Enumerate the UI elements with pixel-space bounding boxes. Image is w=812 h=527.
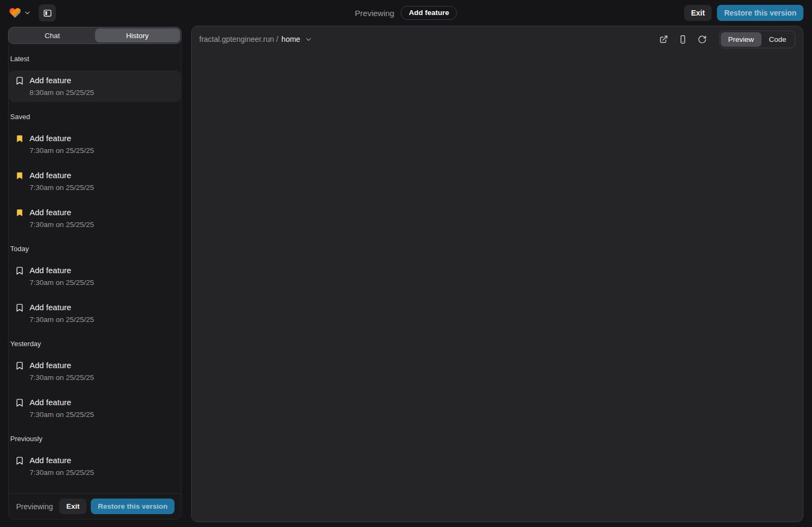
mobile-view-button[interactable] bbox=[675, 31, 691, 47]
sidebar-tabs: Chat History bbox=[8, 27, 182, 44]
item-time: 7:30am on 25/25/25 bbox=[30, 314, 94, 325]
history-list: Latest Add feature 8:30am on 25/25/25 Sa… bbox=[9, 44, 181, 493]
topbar-left bbox=[9, 4, 56, 21]
section-items: Add feature 7:30am on 25/25/25 Add featu… bbox=[9, 355, 181, 424]
section-items: Add feature 7:30am on 25/25/25 Add featu… bbox=[9, 128, 181, 234]
history-item-text: Add feature 7:30am on 25/25/25 bbox=[30, 397, 94, 420]
url-host: fractal.gptengineer.run / bbox=[199, 35, 278, 43]
previewing-label: Previewing bbox=[355, 9, 394, 18]
item-title: Add feature bbox=[30, 170, 94, 181]
item-time: 7:30am on 25/25/25 bbox=[30, 277, 94, 288]
footer-restore-button[interactable]: Restore this version bbox=[91, 499, 175, 514]
rotate-cw-icon bbox=[698, 35, 707, 44]
preview-content bbox=[192, 52, 803, 522]
section-items: Add feature 7:30am on 25/25/25 Add featu… bbox=[9, 450, 181, 493]
item-title: Add feature bbox=[30, 302, 94, 313]
tab-code[interactable]: Code bbox=[762, 32, 794, 47]
chevron-down-icon bbox=[24, 9, 31, 17]
section-items: Add feature 8:30am on 25/25/25 bbox=[9, 70, 181, 102]
item-title: Add feature bbox=[30, 397, 94, 408]
history-item-text: Add feature 7:30am on 25/25/25 bbox=[30, 133, 94, 156]
section-title: Saved bbox=[10, 113, 180, 121]
history-section: Previously Add feature 7:30am on 25/25/2… bbox=[9, 435, 181, 493]
preview-panel: fractal.gptengineer.run / home bbox=[191, 26, 803, 522]
bookmark-icon bbox=[15, 266, 24, 275]
tab-history[interactable]: History bbox=[95, 28, 180, 42]
tab-preview[interactable]: Preview bbox=[721, 32, 762, 47]
version-badge: Add feature bbox=[401, 6, 457, 20]
history-item[interactable]: Add feature 7:30am on 25/25/25 bbox=[9, 450, 181, 482]
bookmark-icon bbox=[15, 361, 24, 370]
tab-chat[interactable]: Chat bbox=[10, 28, 95, 42]
sidebar-toggle-button[interactable] bbox=[39, 4, 56, 21]
item-time: 7:30am on 25/25/25 bbox=[30, 219, 94, 230]
bookmark-icon bbox=[15, 208, 24, 217]
history-item-text: Add feature 8:30am on 25/25/25 bbox=[30, 75, 94, 98]
history-item[interactable]: Add feature 8:30am on 25/25/25 bbox=[9, 70, 181, 102]
footer-exit-button[interactable]: Exit bbox=[59, 499, 86, 514]
section-title: Latest bbox=[10, 55, 180, 63]
sidebar-footer: Previewing Exit Restore this version bbox=[9, 493, 181, 519]
restore-version-button[interactable]: Restore this version bbox=[717, 5, 803, 21]
item-time: 7:30am on 25/25/25 bbox=[30, 372, 94, 383]
item-time: 7:30am on 25/25/25 bbox=[30, 409, 94, 420]
section-items: Add feature 7:30am on 25/25/25 Add featu… bbox=[9, 260, 181, 329]
topbar-right: Exit Restore this version bbox=[684, 5, 803, 21]
bookmark-icon bbox=[15, 134, 24, 143]
history-item[interactable]: Add feature 7:30am on 25/25/25 bbox=[9, 392, 181, 424]
bookmark-icon bbox=[15, 76, 24, 85]
lovable-heart-icon bbox=[9, 7, 21, 19]
item-time: 7:30am on 25/25/25 bbox=[30, 145, 94, 156]
history-item-text: Add feature 7:30am on 25/25/25 bbox=[30, 360, 94, 383]
logo-menu-button[interactable] bbox=[9, 7, 31, 19]
preview-code-toggle: Preview Code bbox=[719, 31, 795, 48]
history-item[interactable]: Add feature 7:30am on 25/25/25 bbox=[9, 297, 181, 329]
section-title: Today bbox=[10, 245, 180, 253]
history-section: Latest Add feature 8:30am on 25/25/25 bbox=[9, 55, 181, 102]
item-time: 7:30am on 25/25/25 bbox=[30, 467, 94, 478]
section-title: Yesterday bbox=[10, 340, 180, 348]
url-selector[interactable]: fractal.gptengineer.run / home bbox=[199, 35, 313, 43]
history-item[interactable]: Add feature 7:30am on 25/25/25 bbox=[9, 487, 181, 493]
bookmark-icon bbox=[15, 398, 24, 407]
item-title: Add feature bbox=[30, 455, 94, 466]
history-section: Yesterday Add feature 7:30am on 25/25/25… bbox=[9, 340, 181, 424]
footer-previewing-label: Previewing bbox=[16, 502, 53, 511]
refresh-button[interactable] bbox=[694, 31, 711, 47]
history-item-text: Add feature 7:30am on 25/25/25 bbox=[30, 302, 94, 325]
exit-button[interactable]: Exit bbox=[684, 5, 712, 21]
bookmark-icon bbox=[15, 456, 24, 465]
preview-actions: Preview Code bbox=[656, 31, 795, 48]
history-item-text: Add feature 7:30am on 25/25/25 bbox=[30, 207, 94, 230]
topbar-center: Previewing Add feature bbox=[355, 0, 457, 26]
sidebar: Chat History Latest Add feature 8:30am o… bbox=[8, 27, 182, 519]
history-item-text: Add feature 7:30am on 25/25/25 bbox=[30, 455, 94, 478]
item-title: Add feature bbox=[30, 133, 94, 144]
item-title: Add feature bbox=[30, 75, 94, 86]
item-time: 7:30am on 25/25/25 bbox=[30, 182, 94, 193]
item-time: 8:30am on 25/25/25 bbox=[30, 87, 94, 98]
history-item-text: Add feature 7:30am on 25/25/25 bbox=[30, 170, 94, 193]
bookmark-icon bbox=[15, 171, 24, 180]
item-title: Add feature bbox=[30, 207, 94, 218]
item-title: Add feature bbox=[30, 360, 94, 371]
item-title: Add feature bbox=[30, 265, 94, 276]
smartphone-icon bbox=[678, 35, 687, 44]
section-title: Previously bbox=[10, 435, 180, 443]
preview-header: fractal.gptengineer.run / home bbox=[192, 26, 803, 52]
open-in-new-tab-button[interactable] bbox=[656, 31, 672, 47]
panel-left-icon bbox=[43, 9, 52, 18]
url-page: home bbox=[281, 35, 300, 43]
history-section: Today Add feature 7:30am on 25/25/25 Add… bbox=[9, 245, 181, 329]
history-item[interactable]: Add feature 7:30am on 25/25/25 bbox=[9, 202, 181, 234]
bookmark-icon bbox=[15, 303, 24, 312]
history-item[interactable]: Add feature 7:30am on 25/25/25 bbox=[9, 165, 181, 197]
topbar: Previewing Add feature Exit Restore this… bbox=[0, 0, 812, 26]
history-item[interactable]: Add feature 7:30am on 25/25/25 bbox=[9, 260, 181, 292]
history-item-text: Add feature 7:30am on 25/25/25 bbox=[30, 265, 94, 288]
chevron-down-icon bbox=[305, 35, 313, 43]
history-item[interactable]: Add feature 7:30am on 25/25/25 bbox=[9, 128, 181, 160]
history-section: Saved Add feature 7:30am on 25/25/25 Add… bbox=[9, 113, 181, 234]
history-item[interactable]: Add feature 7:30am on 25/25/25 bbox=[9, 355, 181, 387]
external-link-icon bbox=[659, 35, 668, 44]
